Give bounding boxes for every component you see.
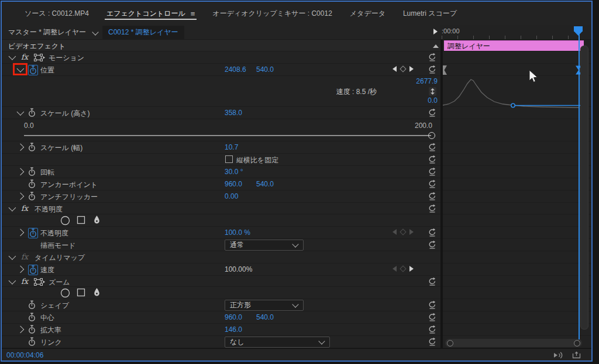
stopwatch-icon[interactable] bbox=[28, 313, 36, 322]
param-value[interactable]: 960.0 bbox=[225, 180, 256, 188]
checkbox[interactable] bbox=[225, 155, 233, 163]
chevron-right-icon[interactable] bbox=[17, 266, 24, 273]
param-value[interactable]: 358.0 bbox=[225, 109, 256, 117]
selected-clip-label[interactable]: C0012 * 調整レイヤー bbox=[102, 26, 184, 39]
reset-icon[interactable] bbox=[428, 204, 436, 214]
param-value[interactable]: 10.7 bbox=[225, 143, 256, 151]
play-audio-icon[interactable] bbox=[553, 352, 563, 359]
slider-handle[interactable] bbox=[428, 132, 435, 139]
chevron-down-icon[interactable] bbox=[9, 254, 16, 261]
reset-icon[interactable] bbox=[428, 313, 436, 323]
keyframe-left-marker[interactable] bbox=[443, 65, 447, 75]
playhead-timecode[interactable]: 00:00:04:06 bbox=[6, 351, 43, 359]
master-clip-label[interactable]: マスター * 調整レイヤー bbox=[8, 27, 86, 37]
vertical-scrollbar[interactable] bbox=[580, 46, 588, 330]
reset-icon[interactable] bbox=[428, 180, 436, 190]
param-value[interactable]: 540.0 bbox=[256, 65, 288, 74]
show-timeline-button[interactable] bbox=[433, 29, 438, 34]
fx-icon[interactable]: fx bbox=[21, 204, 28, 213]
stopwatch-icon[interactable] bbox=[28, 108, 36, 117]
add-keyframe-icon[interactable] bbox=[400, 265, 406, 272]
param-value[interactable]: 540.0 bbox=[256, 313, 288, 321]
prev-keyframe-icon[interactable] bbox=[393, 229, 397, 235]
timeline-ruler[interactable]: :00:00 bbox=[440, 25, 591, 39]
reset-icon[interactable] bbox=[428, 241, 436, 251]
stopwatch-icon[interactable] bbox=[28, 143, 36, 152]
reset-icon[interactable] bbox=[428, 192, 436, 202]
export-frame-icon[interactable] bbox=[572, 351, 581, 359]
tab-effect-controls[interactable]: エフェクトコントロール≡ bbox=[98, 2, 204, 25]
playhead[interactable] bbox=[579, 34, 580, 339]
dropdown-リンク[interactable]: なし bbox=[225, 337, 330, 348]
prev-keyframe-icon[interactable] bbox=[393, 66, 397, 72]
reset-icon[interactable] bbox=[428, 338, 436, 348]
param-value[interactable]: 2408.6 bbox=[225, 65, 256, 74]
mask-pen-icon[interactable] bbox=[93, 288, 101, 299]
param-value[interactable]: 540.0 bbox=[256, 180, 288, 188]
dropdown-シェイプ[interactable]: 正方形 bbox=[225, 300, 304, 311]
tab-0[interactable]: ソース : C0012.MP4 bbox=[16, 2, 98, 25]
reset-icon[interactable] bbox=[428, 53, 436, 63]
param-value[interactable]: 30.0 ° bbox=[225, 168, 256, 176]
stopwatch-icon[interactable] bbox=[28, 167, 36, 176]
param-value[interactable]: 100.0 % bbox=[225, 228, 256, 237]
chevron-down-icon[interactable] bbox=[9, 54, 16, 61]
mask-ellipse-icon[interactable] bbox=[60, 216, 70, 227]
reset-icon[interactable] bbox=[428, 278, 436, 287]
chevron-right-icon[interactable] bbox=[17, 326, 24, 333]
zoom-handle-left[interactable] bbox=[447, 340, 453, 346]
value-scale-icon[interactable] bbox=[429, 87, 436, 96]
reset-icon[interactable] bbox=[428, 155, 436, 165]
collapse-section-icon[interactable] bbox=[433, 44, 439, 48]
stopwatch-icon-active[interactable] bbox=[28, 228, 38, 238]
stopwatch-icon[interactable] bbox=[28, 300, 36, 310]
mask-ellipse-icon[interactable] bbox=[60, 288, 70, 300]
reset-icon[interactable] bbox=[428, 325, 436, 335]
tab-3[interactable]: メタデータ bbox=[341, 2, 394, 25]
add-keyframe-icon[interactable] bbox=[400, 228, 406, 235]
tab-4[interactable]: Lumetri スコープ bbox=[394, 2, 466, 25]
stopwatch-icon-active[interactable] bbox=[28, 65, 38, 75]
reset-icon[interactable] bbox=[428, 301, 436, 311]
stopwatch-icon[interactable] bbox=[28, 337, 36, 346]
mask-pen-icon[interactable] bbox=[93, 216, 101, 226]
param-value[interactable]: 960.0 bbox=[225, 313, 256, 321]
slider-track[interactable] bbox=[24, 135, 431, 136]
param-value[interactable]: 100.00% bbox=[225, 265, 266, 273]
fx-icon[interactable]: fx bbox=[21, 53, 28, 61]
stopwatch-icon[interactable] bbox=[28, 192, 36, 201]
velocity-range-handle[interactable] bbox=[511, 103, 515, 107]
chevron-down-icon[interactable] bbox=[9, 205, 16, 212]
add-keyframe-icon[interactable] bbox=[400, 65, 406, 72]
next-keyframe-icon[interactable] bbox=[409, 229, 414, 235]
chevron-right-icon[interactable] bbox=[17, 229, 24, 236]
zoom-handle-right[interactable] bbox=[574, 340, 580, 346]
chevron-right-icon[interactable] bbox=[17, 144, 24, 151]
reset-icon[interactable] bbox=[428, 168, 436, 178]
chevron-down-icon[interactable] bbox=[9, 278, 16, 285]
stopwatch-icon[interactable] bbox=[28, 179, 36, 189]
reset-icon[interactable] bbox=[428, 65, 436, 75]
next-keyframe-icon[interactable] bbox=[409, 266, 414, 272]
prev-keyframe-icon[interactable] bbox=[393, 266, 397, 272]
chevron-down-icon[interactable] bbox=[93, 28, 98, 36]
chevron-down-icon[interactable] bbox=[17, 109, 24, 116]
param-value[interactable]: 146.0 bbox=[225, 325, 256, 334]
timeline-zoom-scrollbar[interactable] bbox=[445, 339, 582, 347]
mask-rect-icon[interactable] bbox=[77, 216, 85, 226]
fx-icon[interactable]: fx bbox=[21, 252, 28, 261]
param-value[interactable]: 0.00 bbox=[225, 192, 256, 200]
chevron-right-icon[interactable] bbox=[17, 168, 24, 175]
dropdown-描画モード[interactable]: 通常 bbox=[225, 240, 304, 251]
stopwatch-icon-active[interactable] bbox=[28, 265, 38, 275]
stopwatch-icon[interactable] bbox=[28, 325, 36, 334]
next-keyframe-icon[interactable] bbox=[409, 66, 414, 72]
tab-2[interactable]: オーディオクリップミキサー : C0012 bbox=[204, 2, 340, 25]
reset-icon[interactable] bbox=[428, 228, 436, 238]
velocity-graph[interactable] bbox=[443, 40, 591, 348]
reset-icon[interactable] bbox=[428, 143, 436, 153]
fx-icon[interactable]: fx bbox=[21, 277, 28, 286]
panel-menu-icon[interactable]: ≡ bbox=[191, 9, 195, 18]
chevron-right-icon[interactable] bbox=[17, 193, 24, 200]
reset-icon[interactable] bbox=[428, 109, 436, 119]
